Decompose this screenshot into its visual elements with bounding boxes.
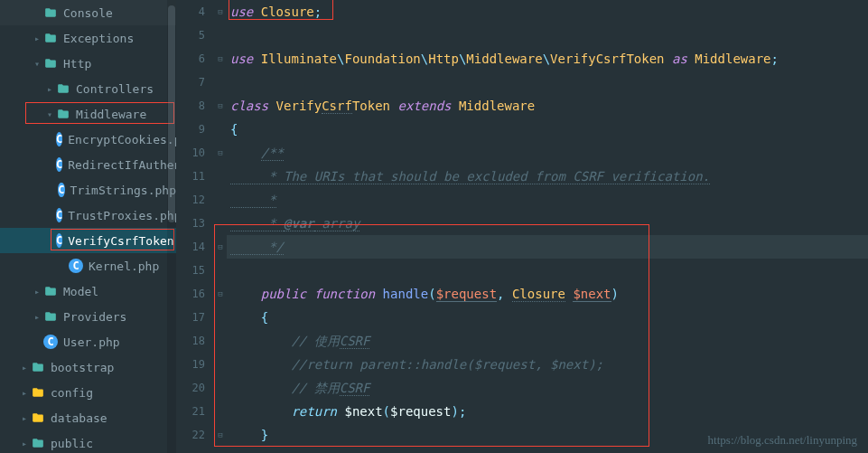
line-number: 8 [176,94,205,118]
tree-item-label: Model [63,285,98,298]
line-number: 14 [176,235,205,259]
tree-item-public[interactable]: ▸public [0,430,176,453]
tree-arrow-icon[interactable]: ▸ [18,363,31,373]
tree-item-label: Providers [63,310,126,324]
tree-item-label: bootstrap [51,361,114,374]
fold-mark[interactable]: ⊟ [214,0,227,24]
tree-item-trustproxies-php[interactable]: CTrustProxies.php [0,203,176,228]
line-number: 4 [176,0,205,24]
code-line[interactable] [227,71,868,94]
code-line[interactable]: * The URIs that should be excluded from … [227,165,868,188]
tree-item-user-php[interactable]: CUser.php [0,329,176,354]
folder-icon [31,436,45,450]
tree-item-controllers[interactable]: ▸Controllers [0,76,176,101]
tree-item-kernel-php[interactable]: CKernel.php [0,253,176,278]
folder-icon [43,284,58,298]
fold-mark[interactable] [214,165,227,188]
tree-item-providers[interactable]: ▸Providers [0,304,176,329]
line-number: 18 [176,329,205,353]
tree-item-console[interactable]: Console [0,0,176,25]
tree-item-label: EncryptCookies.php [68,133,176,146]
folder-icon [43,5,58,20]
code-line[interactable] [227,24,868,47]
tree-item-label: TrustProxies.php [68,209,176,222]
tree-item-redirectifauthenticated-php[interactable]: CRedirectIfAuthenticated.php [0,152,176,177]
tree-item-model[interactable]: ▸Model [0,278,176,304]
tree-item-label: Exceptions [63,32,134,45]
line-number: 7 [176,71,205,94]
tree-arrow-icon[interactable]: ▸ [43,84,56,94]
tree-item-label: Http [63,57,91,71]
php-file-icon: C [58,183,64,197]
php-file-icon: C [69,259,83,273]
line-number: 9 [176,118,205,141]
php-file-icon: C [43,335,58,349]
code-line[interactable]: class VerifyCsrfToken extends Middleware [227,94,868,118]
php-file-icon: C [56,132,62,146]
highlight-box-function [214,224,649,447]
tree-item-http[interactable]: ▾Http [0,51,176,76]
tree-item-label: Controllers [76,82,154,96]
line-number: 11 [176,165,205,188]
folder-open-icon [43,56,58,71]
line-number: 22 [176,423,205,447]
line-number: 20 [176,376,205,400]
code-line[interactable]: * [227,188,868,212]
folder-icon [43,309,58,324]
line-number-gutter: 45678910111213141516171819202122 [176,0,214,453]
tree-arrow-icon[interactable]: ▸ [18,413,31,423]
folder-icon [56,81,70,96]
code-editor[interactable]: 45678910111213141516171819202122 ⊟⊟⊟⊟⊟⊟⊟… [176,0,868,453]
config-icon [31,385,45,400]
tree-item-encryptcookies-php[interactable]: CEncryptCookies.php [0,127,176,152]
tree-item-verifycsrftoken-php[interactable]: CVerifyCsrfToken.php [0,228,176,253]
line-number: 12 [176,188,205,212]
tree-arrow-icon[interactable]: ▸ [18,439,31,448]
code-line[interactable]: /** [227,141,868,165]
tree-item-trimstrings-php[interactable]: CTrimStrings.php [0,177,176,203]
file-tree[interactable]: Console▸Exceptions▾Http▸Controllers▾Midd… [0,0,176,453]
php-file-icon: C [56,208,62,222]
fold-mark[interactable] [214,24,227,47]
tree-arrow-icon[interactable]: ▾ [31,59,43,69]
tree-item-label: public [51,437,93,450]
code-line[interactable]: { [227,118,868,141]
config-icon [31,411,45,425]
tree-item-bootstrap[interactable]: ▸bootstrap [0,354,176,380]
line-number: 5 [176,24,205,47]
tree-item-middleware[interactable]: ▾Middleware [0,101,176,127]
php-file-icon: C [56,157,62,172]
line-number: 15 [176,259,205,282]
line-number: 16 [176,282,205,306]
line-number: 17 [176,306,205,329]
tree-item-config[interactable]: ▸config [0,380,176,405]
tree-arrow-icon[interactable]: ▸ [31,287,43,297]
tree-item-label: User.php [63,335,120,349]
folder-icon [31,360,45,374]
fold-mark[interactable] [214,118,227,141]
tree-item-database[interactable]: ▸database [0,405,176,430]
line-number: 19 [176,353,205,376]
tree-arrow-icon[interactable]: ▸ [31,33,43,43]
fold-mark[interactable]: ⊟ [214,47,227,71]
fold-mark[interactable]: ⊟ [214,141,227,165]
highlight-box-use-closure [229,0,333,20]
line-number: 13 [176,212,205,235]
folder-icon [43,31,58,45]
code-line[interactable]: use Illuminate\Foundation\Http\Middlewar… [227,47,868,71]
sidebar-scrollbar[interactable] [167,0,176,453]
highlight-box [51,229,174,250]
tree-item-exceptions[interactable]: ▸Exceptions [0,25,176,51]
watermark-text: https://blog.csdn.net/linyunping [708,433,857,448]
fold-mark[interactable] [214,71,227,94]
tree-item-label: database [51,411,107,425]
line-number: 21 [176,400,205,423]
tree-item-label: Console [63,6,113,20]
fold-mark[interactable]: ⊟ [214,94,227,118]
line-number: 6 [176,47,205,71]
tree-arrow-icon[interactable]: ▸ [31,312,43,322]
fold-mark[interactable] [214,188,227,212]
highlight-box [25,102,174,124]
tree-item-label: Kernel.php [89,260,159,273]
tree-arrow-icon[interactable]: ▸ [18,388,31,398]
